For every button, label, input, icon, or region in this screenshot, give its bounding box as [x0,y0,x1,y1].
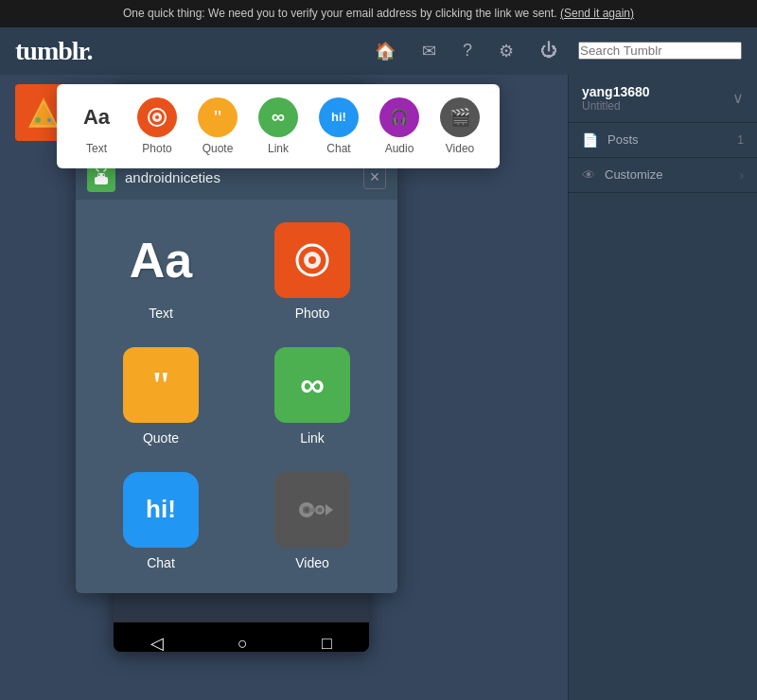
audio-post-icon: 🎧 [379,97,419,137]
search-input[interactable] [578,42,742,60]
audio-post-label: Audio [385,142,414,155]
post-type-popup: Aa Text Photo [57,84,500,168]
android-link-label: Link [300,430,325,446]
android-chat-item[interactable]: hi! Chat [91,464,231,578]
post-type-text[interactable]: Aa Text [76,97,117,155]
sidebar-username: yang13680 [582,84,650,99]
android-grid: Aa Text Photo [76,200,397,593]
notification-text: One quick thing: We need you to verify y… [123,7,557,20]
android-panel-close[interactable]: × [363,166,386,189]
svg-point-15 [308,256,316,264]
posts-icon: 📄 [582,132,598,148]
send-again-link[interactable]: (Send it again) [560,7,634,20]
sidebar-chevron-icon: ∨ [732,89,744,107]
logo[interactable]: tumblr. [15,36,92,66]
blog-area: Aa Text Photo [0,75,568,700]
link-post-label: Link [268,142,289,155]
android-link-icon: ∞ [274,347,350,423]
photo-post-icon [137,97,177,137]
sidebar-user[interactable]: yang13680 Untitled ∨ [569,75,757,123]
chat-post-label: Chat [326,142,350,155]
android-photo-icon [274,222,350,298]
android-panel: androidniceties × Aa Text [76,156,397,593]
phone-recents-button[interactable]: □ [322,634,332,652]
android-photo-label: Photo [295,306,330,321]
android-quote-item[interactable]: " Quote [91,340,231,453]
customize-icon: 👁 [582,167,595,183]
android-text-item[interactable]: Aa Text [91,215,231,328]
svg-rect-8 [97,173,105,179]
android-link-item[interactable]: ∞ Link [242,340,382,453]
phone-home-button[interactable]: ○ [238,634,248,652]
posts-label: Posts [607,132,728,147]
svg-point-20 [318,507,323,512]
blog-header-row: Aa Text Photo [0,75,568,150]
link-post-icon: ∞ [258,97,298,137]
quote-post-icon: " [198,97,238,137]
android-video-icon [274,472,350,548]
svg-point-6 [155,115,159,119]
svg-line-9 [97,169,98,171]
post-type-chat[interactable]: hi! Chat [318,97,360,155]
phone-nav-bar: ◁ ○ □ [114,621,369,652]
post-type-link[interactable]: ∞ Link [257,97,299,155]
android-photo-item[interactable]: Photo [242,215,382,328]
svg-point-11 [98,174,100,176]
android-video-item[interactable]: Video [242,464,382,578]
settings-icon[interactable]: ⚙ [493,37,519,65]
help-icon[interactable]: ? [457,37,478,64]
post-type-audio[interactable]: 🎧 Audio [378,97,420,155]
sidebar-posts-item[interactable]: 📄 Posts 1 [569,123,757,158]
text-post-label: Text [86,142,107,155]
android-text-icon: Aa [123,222,199,298]
quote-post-label: Quote [202,142,234,155]
post-type-video[interactable]: 🎬 Video [439,97,481,155]
home-icon[interactable]: 🏠 [369,37,401,65]
android-quote-icon: " [123,347,199,423]
posts-count: 1 [737,133,744,147]
photo-post-label: Photo [142,142,171,155]
power-icon[interactable]: ⏻ [535,37,563,64]
mail-icon[interactable]: ✉ [416,37,442,65]
customize-label: Customize [605,167,730,182]
header: tumblr. 🏠 ✉ ? ⚙ ⏻ [0,27,757,75]
video-post-icon: 🎬 [440,97,480,137]
notification-bar: One quick thing: We need you to verify y… [0,0,757,27]
sidebar-customize-item[interactable]: 👁 Customize › [569,158,757,193]
svg-point-18 [305,508,308,512]
android-chat-label: Chat [147,555,175,570]
phone-back-button[interactable]: ◁ [150,633,164,652]
right-sidebar: yang13680 Untitled ∨ 📄 Posts 1 👁 Customi… [568,75,757,700]
svg-point-2 [35,117,41,123]
svg-line-10 [104,169,106,171]
svg-point-3 [47,118,51,122]
text-post-icon: Aa [77,97,116,137]
post-type-photo[interactable]: Photo [136,97,178,155]
android-text-label: Text [149,306,173,321]
customize-arrow-icon: › [739,167,744,183]
main-content: Aa Text Photo [0,75,757,700]
chat-post-icon: hi! [319,97,359,137]
android-panel-title: androidniceties [125,169,354,185]
sidebar-blog-name: Untitled [582,99,650,113]
svg-rect-21 [309,508,316,512]
svg-point-12 [103,174,105,176]
android-quote-label: Quote [143,430,179,446]
svg-marker-22 [326,504,333,516]
android-video-label: Video [295,555,329,570]
post-type-quote[interactable]: " Quote [197,97,238,155]
android-chat-icon: hi! [123,472,199,548]
video-post-label: Video [446,142,474,155]
